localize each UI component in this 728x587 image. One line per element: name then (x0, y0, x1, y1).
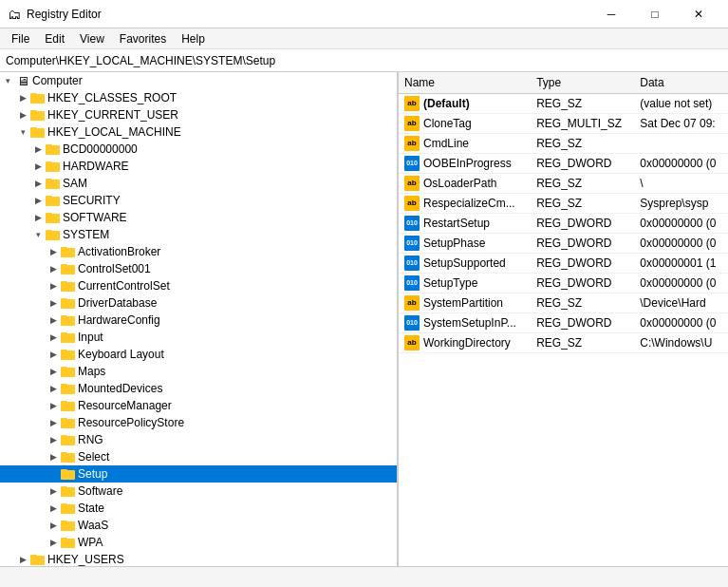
tree-item-software2[interactable]: ▶Software (0, 483, 397, 500)
tree-item-activationbroker[interactable]: ▶ActivationBroker (0, 243, 397, 260)
svg-rect-29 (61, 332, 67, 335)
tree-item-software[interactable]: ▶SOFTWARE (0, 209, 397, 226)
tree-item-bcd00000000[interactable]: ▶BCD00000000 (0, 141, 397, 158)
tree-toggle-bcd00000000[interactable]: ▶ (30, 142, 46, 157)
table-row[interactable]: 010SetupPhaseREG_DWORD0x00000000 (0 (399, 233, 728, 253)
menu-help[interactable]: Help (174, 30, 213, 47)
table-row[interactable]: 010SystemSetupInP...REG_DWORD0x00000000 … (399, 312, 728, 332)
menu-favorites[interactable]: Favorites (112, 30, 174, 47)
table-row[interactable]: abSystemPartitionREG_SZ\Device\Hard (399, 293, 728, 312)
tree-toggle-hkey_users[interactable]: ▶ (15, 552, 30, 566)
table-row[interactable]: abOsLoaderPathREG_SZ\ (399, 173, 728, 193)
svg-rect-47 (61, 486, 67, 489)
tree-item-currentcontrolset[interactable]: ▶CurrentControlSet (0, 277, 397, 294)
tree-item-mounteddevices[interactable]: ▶MountedDevices (0, 380, 397, 397)
tree-toggle-driverdatabase[interactable]: ▶ (46, 295, 61, 311)
tree-toggle-input[interactable]: ▶ (46, 330, 61, 345)
menu-edit[interactable]: Edit (37, 30, 72, 47)
svg-rect-21 (61, 264, 67, 267)
folder-icon-software2 (61, 483, 76, 499)
tree-panel[interactable]: ▾🖥Computer▶HKEY_CLASSES_ROOT▶HKEY_CURREN… (0, 72, 399, 566)
tree-toggle-maps[interactable]: ▶ (46, 364, 61, 379)
tree-item-hkey_classes_root[interactable]: ▶HKEY_CLASSES_ROOT (0, 89, 397, 106)
folder-icon-state (61, 501, 76, 516)
folder-icon-waas (61, 518, 76, 533)
tree-item-waas[interactable]: ▶WaaS (0, 517, 397, 534)
tree-item-hkey_users[interactable]: ▶HKEY_USERS (0, 551, 397, 566)
tree-toggle-hardware[interactable]: ▶ (30, 159, 46, 174)
tree-item-select[interactable]: ▶Select (0, 448, 397, 465)
tree-item-computer[interactable]: ▾🖥Computer (0, 72, 397, 89)
tree-item-resourcemanager[interactable]: ▶ResourceManager (0, 397, 397, 414)
tree-item-state[interactable]: ▶State (0, 500, 397, 517)
tree-toggle-controlset001[interactable]: ▶ (46, 261, 61, 276)
cell-name-4: abOsLoaderPath (399, 173, 531, 193)
tree-toggle-software2[interactable]: ▶ (46, 483, 61, 499)
tree-item-wpa[interactable]: ▶WPA (0, 534, 397, 551)
menu-view[interactable]: View (72, 30, 112, 47)
tree-toggle-activationbroker[interactable]: ▶ (46, 244, 61, 259)
table-row[interactable]: abRespecializeCm...REG_SZSysprep\sysp (399, 193, 728, 213)
folder-icon-hkey_local_machine (30, 124, 46, 140)
folder-icon-activationbroker (61, 244, 76, 259)
table-row[interactable]: 010OOBEInProgressREG_DWORD0x00000000 (0 (399, 153, 728, 173)
tree-item-rng[interactable]: ▶RNG (0, 431, 397, 448)
table-row[interactable]: abCmdLineREG_SZ (399, 133, 728, 153)
tree-toggle-sam[interactable]: ▶ (30, 176, 46, 191)
close-button[interactable]: ✕ (677, 0, 720, 28)
tree-item-resourcepolicystore[interactable]: ▶ResourcePolicyStore (0, 414, 397, 431)
tree-toggle-resourcemanager[interactable]: ▶ (46, 398, 61, 413)
maximize-button[interactable]: □ (633, 0, 677, 28)
svg-rect-43 (61, 452, 67, 455)
tree-toggle-rng[interactable]: ▶ (46, 432, 61, 447)
tree-label-security: SECURITY (63, 194, 121, 207)
tree-toggle-security[interactable]: ▶ (30, 193, 46, 208)
tree-item-driverdatabase[interactable]: ▶DriverDatabase (0, 294, 397, 312)
menu-file[interactable]: File (4, 30, 37, 47)
svg-rect-39 (61, 418, 67, 421)
tree-toggle-computer[interactable]: ▾ (0, 73, 15, 88)
tree-toggle-mounteddevices[interactable]: ▶ (46, 381, 61, 396)
tree-toggle-state[interactable]: ▶ (46, 501, 61, 516)
tree-item-system[interactable]: ▾SYSTEM (0, 226, 397, 243)
svg-rect-45 (61, 469, 67, 472)
tree-toggle-hkey_current_user[interactable]: ▶ (15, 107, 30, 123)
tree-toggle-hkey_classes_root[interactable]: ▶ (15, 90, 30, 105)
tree-toggle-keyboardlayout[interactable]: ▶ (46, 347, 61, 362)
tree-toggle-resourcepolicystore[interactable]: ▶ (46, 415, 61, 430)
tree-toggle-wpa[interactable]: ▶ (46, 535, 61, 550)
tree-item-controlset001[interactable]: ▶ControlSet001 (0, 260, 397, 277)
cell-data-5: Sysprep\sysp (634, 193, 728, 213)
tree-item-security[interactable]: ▶SECURITY (0, 192, 397, 209)
tree-item-keyboardlayout[interactable]: ▶Keyboard Layout (0, 346, 397, 363)
tree-item-setup[interactable]: Setup (0, 465, 397, 483)
cell-data-6: 0x00000000 (0 (634, 213, 728, 233)
app-icon: 🗂 (8, 7, 21, 22)
value-name: CloneTag (423, 117, 472, 130)
tree-toggle-hkey_local_machine[interactable]: ▾ (15, 124, 30, 140)
tree-item-hkey_current_user[interactable]: ▶HKEY_CURRENT_USER (0, 106, 397, 123)
tree-toggle-currentcontrolset[interactable]: ▶ (46, 278, 61, 294)
minimize-button[interactable]: ─ (589, 0, 633, 28)
tree-label-sam: SAM (63, 177, 87, 190)
tree-toggle-select[interactable]: ▶ (46, 449, 61, 464)
svg-rect-3 (30, 110, 37, 113)
tree-item-hardwareconfig[interactable]: ▶HardwareConfig (0, 312, 397, 329)
tree-item-hardware[interactable]: ▶HARDWARE (0, 158, 397, 175)
tree-item-hkey_local_machine[interactable]: ▾HKEY_LOCAL_MACHINE (0, 123, 397, 141)
table-row[interactable]: abWorkingDirectoryREG_SZC:\Windows\U (399, 332, 728, 352)
cell-name-8: 010SetupSupported (399, 253, 531, 273)
table-row[interactable]: ab(Default)REG_SZ(value not set) (399, 93, 728, 113)
tree-item-input[interactable]: ▶Input (0, 329, 397, 346)
table-row[interactable]: 010SetupSupportedREG_DWORD0x00000001 (1 (399, 253, 728, 273)
tree-toggle-hardwareconfig[interactable]: ▶ (46, 312, 61, 328)
table-row[interactable]: 010RestartSetupREG_DWORD0x00000000 (0 (399, 213, 728, 233)
tree-toggle-waas[interactable]: ▶ (46, 518, 61, 533)
tree-item-maps[interactable]: ▶Maps (0, 363, 397, 380)
tree-toggle-system[interactable]: ▾ (30, 227, 46, 242)
tree-item-sam[interactable]: ▶SAM (0, 175, 397, 192)
tree-toggle-software[interactable]: ▶ (30, 210, 46, 225)
table-row[interactable]: 010SetupTypeREG_DWORD0x00000000 (0 (399, 273, 728, 293)
table-row[interactable]: abCloneTagREG_MULTI_SZSat Dec 07 09: (399, 113, 728, 133)
tree-label-keyboardlayout: Keyboard Layout (78, 348, 164, 361)
